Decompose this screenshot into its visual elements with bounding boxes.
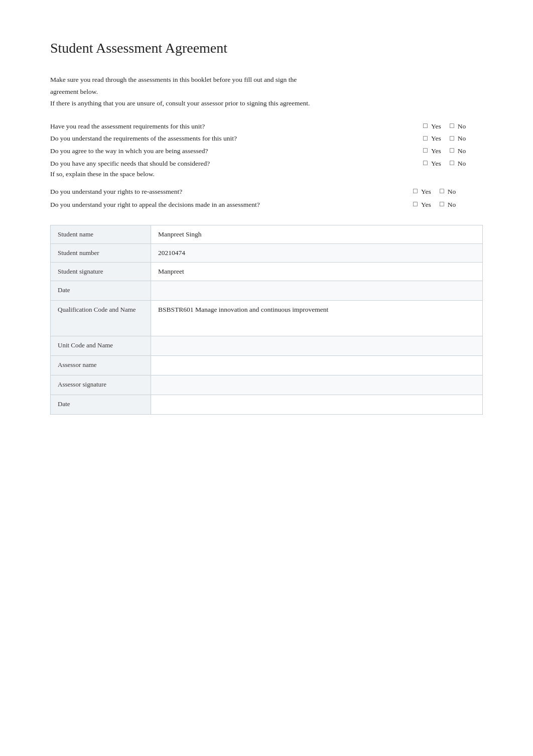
checkbox-rights-no-2[interactable]: ☐ — [439, 200, 445, 209]
value-unit-code — [151, 336, 483, 356]
yes-label-1: Yes — [431, 121, 441, 132]
label-student-name: Student name — [51, 225, 151, 244]
table-row-date-student: Date — [51, 281, 483, 301]
question-row-3: Do you agree to the way in which you are… — [50, 146, 483, 157]
question-text-1: Have you read the assessment requirement… — [50, 121, 418, 132]
rights-section: Do you understand your rights to re-asse… — [50, 186, 483, 210]
table-row-assessor-signature: Assessor signature — [51, 375, 483, 395]
value-assessor-name — [151, 356, 483, 375]
value-qualification: BSBSTR601 Manage innovation and continuo… — [151, 301, 483, 336]
rights-row-1: Do you understand your rights to re-asse… — [50, 186, 483, 197]
label-student-number: Student number — [51, 244, 151, 263]
value-student-number: 20210474 — [151, 244, 483, 263]
checkbox-yes-3[interactable]: ☐ — [423, 146, 428, 156]
checkbox-no-2[interactable]: ☐ — [449, 134, 455, 144]
checkbox-no-3[interactable]: ☐ — [449, 146, 455, 156]
label-assessor-signature: Assessor signature — [51, 375, 151, 395]
info-table: Student name Manpreet Singh Student numb… — [50, 225, 483, 415]
label-student-signature: Student signature — [51, 263, 151, 281]
rights-yn-1: ☐ Yes ☐ No — [413, 186, 483, 197]
questions-section: Have you read the assessment requirement… — [50, 121, 483, 178]
label-unit-code: Unit Code and Name — [51, 336, 151, 356]
rights-yn-2: ☐ Yes ☐ No — [413, 199, 483, 210]
intro-line2: If there is anything that you are unsure… — [50, 98, 483, 109]
rights-no-label-2: No — [448, 199, 456, 210]
no-label-4: No — [458, 158, 466, 169]
rights-text-1: Do you understand your rights to re-asse… — [50, 186, 413, 197]
no-label-1: No — [458, 121, 466, 132]
checkbox-rights-yes-1[interactable]: ☐ — [413, 187, 418, 196]
table-row-student-signature: Student signature Manpreet — [51, 263, 483, 281]
question-text-4: Do you have any specific needs that shou… — [50, 158, 418, 169]
yes-label-3: Yes — [431, 146, 441, 157]
checkbox-yes-2[interactable]: ☐ — [423, 134, 428, 144]
rights-yes-label-1: Yes — [421, 186, 431, 197]
label-date-student: Date — [51, 281, 151, 301]
value-student-name: Manpreet Singh — [151, 225, 483, 244]
value-date-assessor — [151, 395, 483, 415]
label-assessor-name: Assessor name — [51, 356, 151, 375]
question-row-4: Do you have any specific needs that shou… — [50, 158, 483, 169]
no-label-2: No — [458, 133, 466, 144]
page-title: Student Assessment Agreement — [50, 40, 483, 56]
if-so-text: If so, explain these in the space below. — [50, 170, 483, 178]
rights-row-2: Do you understand your right to appeal t… — [50, 199, 483, 210]
checkbox-yes-1[interactable]: ☐ — [423, 121, 428, 131]
checkbox-rights-yes-2[interactable]: ☐ — [413, 200, 418, 209]
question-row-1: Have you read the assessment requirement… — [50, 121, 483, 132]
value-student-signature: Manpreet — [151, 263, 483, 281]
yes-no-group-2: ☐ Yes ☐ No — [423, 133, 483, 144]
rights-no-label-1: No — [448, 186, 456, 197]
table-row-unit-code: Unit Code and Name — [51, 336, 483, 356]
table-row-assessor-name: Assessor name — [51, 356, 483, 375]
yes-no-group-3: ☐ Yes ☐ No — [423, 146, 483, 157]
yes-no-group-1: ☐ Yes ☐ No — [423, 121, 483, 132]
intro-line1b: agreement below. — [50, 86, 483, 97]
intro-line1: Make sure you read through the assessmen… — [50, 74, 483, 85]
rights-yes-label-2: Yes — [421, 199, 431, 210]
value-date-student — [151, 281, 483, 301]
table-row-date-assessor: Date — [51, 395, 483, 415]
question-text-2: Do you understand the requirements of th… — [50, 133, 418, 144]
checkbox-yes-4[interactable]: ☐ — [423, 159, 428, 168]
no-label-3: No — [458, 146, 466, 157]
checkbox-no-4[interactable]: ☐ — [449, 159, 455, 168]
table-row-student-name: Student name Manpreet Singh — [51, 225, 483, 244]
rights-text-2: Do you understand your right to appeal t… — [50, 199, 413, 210]
table-row-qualification: Qualification Code and Name BSBSTR601 Ma… — [51, 301, 483, 336]
yes-no-group-4: ☐ Yes ☐ No — [423, 158, 483, 169]
checkbox-rights-no-1[interactable]: ☐ — [439, 187, 445, 196]
value-assessor-signature — [151, 375, 483, 395]
checkbox-no-1[interactable]: ☐ — [449, 121, 455, 131]
question-text-3: Do you agree to the way in which you are… — [50, 146, 418, 157]
yes-label-4: Yes — [431, 158, 441, 169]
yes-label-2: Yes — [431, 133, 441, 144]
label-date-assessor: Date — [51, 395, 151, 415]
table-row-student-number: Student number 20210474 — [51, 244, 483, 263]
intro-section: Make sure you read through the assessmen… — [50, 74, 483, 109]
label-qualification: Qualification Code and Name — [51, 301, 151, 336]
question-row-2: Do you understand the requirements of th… — [50, 133, 483, 144]
